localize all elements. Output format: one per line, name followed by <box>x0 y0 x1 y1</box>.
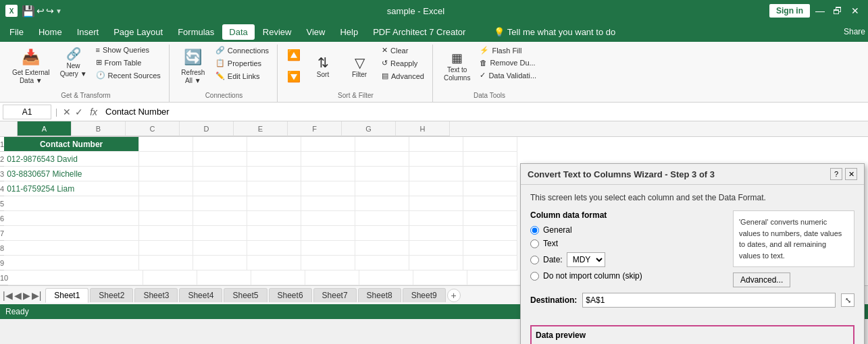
cancel-formula-icon[interactable]: ✕ <box>61 107 72 117</box>
cell-B1[interactable] <box>139 137 193 152</box>
cell-H2[interactable] <box>463 152 517 167</box>
cell-G6[interactable] <box>409 211 463 226</box>
properties-button[interactable]: 📋 Properties <box>213 57 272 69</box>
cell-D8[interactable] <box>247 241 301 256</box>
cell-H1[interactable] <box>463 137 517 152</box>
cell-H6[interactable] <box>463 211 517 226</box>
cell-E10[interactable] <box>305 270 359 285</box>
refresh-all-button[interactable]: 🔄 RefreshAll ▼ <box>176 45 210 89</box>
cell-E5[interactable] <box>301 196 355 211</box>
menu-insert[interactable]: Insert <box>70 24 106 40</box>
menu-review[interactable]: Review <box>256 24 299 40</box>
cell-G4[interactable] <box>409 181 463 196</box>
confirm-formula-icon[interactable]: ✓ <box>74 107 84 117</box>
cell-B7[interactable] <box>139 226 193 241</box>
sheet-tab-sheet2[interactable]: Sheet2 <box>90 288 133 302</box>
menu-view[interactable]: View <box>299 24 332 40</box>
cell-B2[interactable] <box>139 152 193 167</box>
cell-D5[interactable] <box>247 196 301 211</box>
cell-E1[interactable] <box>301 137 355 152</box>
cell-B10[interactable] <box>143 270 197 285</box>
col-header-G[interactable]: G <box>342 121 396 136</box>
advanced-filter-button[interactable]: ▤ Advanced <box>379 70 427 82</box>
sheet-tab-sheet8[interactable]: Sheet8 <box>358 288 401 302</box>
cell-G9[interactable] <box>409 256 463 270</box>
cell-B5[interactable] <box>139 196 193 211</box>
cell-C10[interactable] <box>197 270 251 285</box>
remove-duplicates-button[interactable]: 🗑 Remove Du... <box>477 57 539 68</box>
cell-D10[interactable] <box>251 270 305 285</box>
sort-button[interactable]: ⇅ Sort <box>306 45 340 89</box>
cell-C4[interactable] <box>193 181 247 196</box>
edit-links-button[interactable]: ✏️ Edit Links <box>213 70 272 82</box>
cell-F3[interactable] <box>355 167 409 181</box>
sheet-tab-sheet3[interactable]: Sheet3 <box>134 288 178 302</box>
advanced-button[interactable]: Advanced... <box>733 273 790 287</box>
format-skip[interactable]: Do not import column (skip) <box>530 271 719 281</box>
cell-F5[interactable] <box>355 196 409 211</box>
menu-formulas[interactable]: Formulas <box>171 24 221 40</box>
filter-button[interactable]: ▽ Filter <box>342 45 376 89</box>
format-skip-radio[interactable] <box>530 272 539 281</box>
menu-home[interactable]: Home <box>32 24 69 40</box>
cell-B9[interactable] <box>139 256 193 270</box>
col-header-H[interactable]: H <box>396 121 450 136</box>
cell-E2[interactable] <box>301 152 355 167</box>
cell-F6[interactable] <box>355 211 409 226</box>
format-general-radio[interactable] <box>530 226 539 235</box>
cell-A2[interactable]: 012-9876543 David <box>4 152 139 167</box>
sign-in-button[interactable]: Sign in <box>769 4 810 18</box>
formula-input[interactable] <box>103 105 865 118</box>
cell-G3[interactable] <box>409 167 463 181</box>
cell-D6[interactable] <box>247 211 301 226</box>
cell-D9[interactable] <box>247 256 301 270</box>
cell-A3[interactable]: 03-8830657 Michelle <box>4 167 139 181</box>
cell-A9[interactable] <box>4 256 139 270</box>
cell-C9[interactable] <box>193 256 247 270</box>
col-header-A[interactable]: A <box>18 121 72 136</box>
cell-F10[interactable] <box>359 270 413 285</box>
cell-H3[interactable] <box>463 167 517 181</box>
format-general[interactable]: General <box>530 225 719 235</box>
cell-E9[interactable] <box>301 256 355 270</box>
menu-pdf-architect[interactable]: PDF Architect 7 Creator <box>366 24 472 40</box>
cell-G7[interactable] <box>409 226 463 241</box>
cell-D4[interactable] <box>247 181 301 196</box>
data-validation-button[interactable]: ✓ Data Validati... <box>477 69 539 81</box>
from-table-button[interactable]: ⊞ From Table <box>93 57 163 68</box>
cell-A4[interactable]: 011-6759254 Liam <box>4 181 139 196</box>
col-header-B[interactable]: B <box>72 121 126 136</box>
cell-E3[interactable] <box>301 167 355 181</box>
format-date[interactable]: Date: <box>530 255 563 264</box>
customize-qat[interactable]: ▼ <box>55 7 62 15</box>
menu-help[interactable]: Help <box>333 24 365 40</box>
cell-F2[interactable] <box>355 152 409 167</box>
cell-D3[interactable] <box>247 167 301 181</box>
cell-C2[interactable] <box>193 152 247 167</box>
add-sheet-button[interactable]: + <box>447 289 461 302</box>
sheet-tab-sheet9[interactable]: Sheet9 <box>403 288 446 302</box>
sheet-tab-sheet5[interactable]: Sheet5 <box>224 288 267 302</box>
sheet-tab-sheet1[interactable]: Sheet1 <box>45 288 88 303</box>
cell-G8[interactable] <box>409 241 463 256</box>
cell-F9[interactable] <box>355 256 409 270</box>
cell-A5[interactable] <box>4 196 139 211</box>
format-text-radio[interactable] <box>530 239 539 248</box>
cell-G1[interactable] <box>409 137 463 152</box>
close-window-button[interactable]: ✕ <box>848 3 863 18</box>
menu-tell-me[interactable]: 💡 Tell me what you want to do <box>487 24 622 40</box>
cell-C7[interactable] <box>193 226 247 241</box>
cell-D2[interactable] <box>247 152 301 167</box>
cell-reference-box[interactable] <box>3 105 51 119</box>
col-header-D[interactable]: D <box>180 121 234 136</box>
sheet-nav-prev[interactable]: ◀ <box>14 290 22 301</box>
dialog-help-button[interactable]: ? <box>830 168 842 180</box>
cell-H4[interactable] <box>463 181 517 196</box>
destination-input[interactable] <box>582 293 836 308</box>
recent-sources-button[interactable]: 🕐 Recent Sources <box>93 69 163 81</box>
cell-B3[interactable] <box>139 167 193 181</box>
connections-button[interactable]: 🔗 Connections <box>213 45 272 56</box>
cell-H8[interactable] <box>463 241 517 256</box>
cell-A8[interactable] <box>4 241 139 256</box>
date-format-dropdown[interactable]: MDY DMY YMD MYD DYM YDM <box>567 252 605 267</box>
